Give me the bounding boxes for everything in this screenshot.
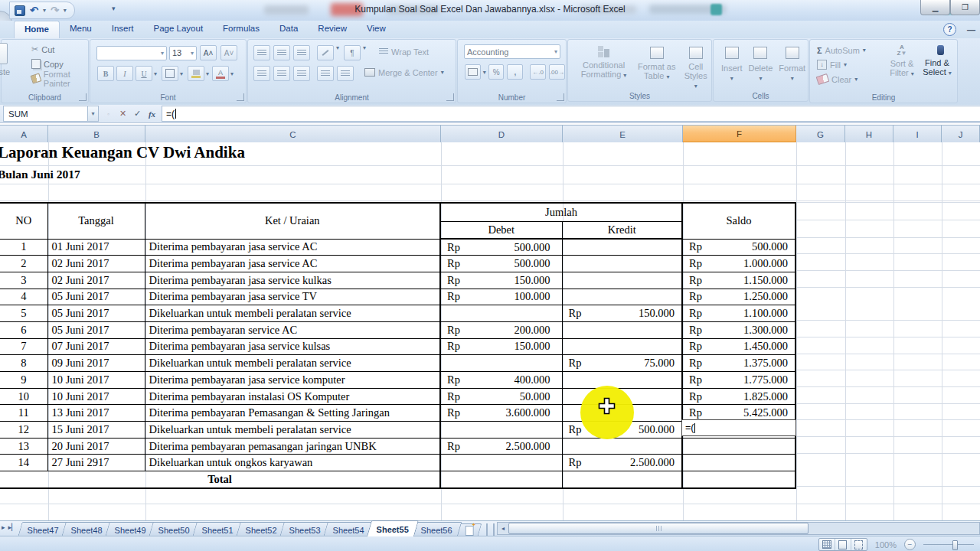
accounting-format-icon[interactable]: [465, 64, 481, 80]
sheet-tab[interactable]: Sheet49: [105, 522, 155, 536]
decrease-decimal-icon[interactable]: .00→: [549, 64, 565, 80]
cell-tanggal[interactable]: 07 Juni 2017: [47, 338, 145, 355]
ribbon-tab[interactable]: Insert: [102, 21, 144, 38]
horizontal-scrollbar[interactable]: ◂: [497, 522, 980, 535]
cell-debet[interactable]: Rp500.000: [440, 256, 562, 272]
tab-split-handle[interactable]: [486, 523, 495, 536]
align-right-icon[interactable]: [293, 66, 310, 81]
table-row[interactable]: 4 05 Juni 2017 Diterima pembayaran jasa …: [0, 289, 795, 305]
ribbon-tab[interactable]: Formulas: [213, 21, 270, 38]
percent-style-icon[interactable]: %: [488, 64, 505, 80]
cell-kredit[interactable]: Rp150.000: [562, 305, 682, 322]
cell-saldo[interactable]: Rp1.100.000: [682, 305, 795, 322]
cell-total-saldo[interactable]: [682, 471, 795, 488]
italic-button[interactable]: I: [116, 66, 133, 81]
cell-no[interactable]: 6: [0, 321, 47, 338]
number-format-combo[interactable]: Accounting▾: [464, 44, 560, 59]
cell-tanggal[interactable]: 02 Juni 2017: [47, 256, 145, 272]
scroll-left-icon[interactable]: ◂: [498, 523, 508, 533]
cut-button[interactable]: ✂ Cut: [29, 42, 88, 57]
cell-saldo[interactable]: Rp1.450.000: [682, 338, 795, 355]
column-header[interactable]: F: [683, 126, 796, 143]
cell-tanggal[interactable]: 27 Juni 2917: [47, 455, 145, 471]
alignment-dialog-launcher-icon[interactable]: [446, 93, 454, 101]
cell-kredit[interactable]: Rp2.500.000: [562, 455, 682, 471]
cell-ket[interactable]: Diterima pembayaran jasa service AC: [145, 256, 440, 272]
next-sheet-icon[interactable]: ▸: [2, 523, 5, 531]
sheet-tab[interactable]: Sheet52: [236, 522, 286, 536]
cell-no[interactable]: 5: [0, 305, 47, 322]
font-color-dropdown-icon[interactable]: ▾: [230, 70, 234, 77]
cell-tanggal[interactable]: 15 Juni 2017: [47, 422, 145, 439]
cell-ket[interactable]: Diterima pembayaran jasa service AC: [145, 239, 440, 256]
cell-no[interactable]: 3: [0, 272, 47, 289]
enter-entry-icon[interactable]: ✓: [131, 107, 144, 120]
table-row[interactable]: 2 02 Juni 2017 Diterima pembayaran jasa …: [0, 256, 795, 272]
cell-kredit[interactable]: [562, 372, 682, 389]
cell-debet[interactable]: [440, 455, 562, 471]
cell-debet[interactable]: [440, 355, 562, 372]
sort-filter-button[interactable]: AZ▼ Sort & Filter ▾: [885, 44, 919, 79]
grow-font-icon[interactable]: A˄: [200, 45, 217, 60]
sheet-tab[interactable]: Sheet55: [367, 520, 419, 536]
cell-no[interactable]: 9: [0, 372, 47, 389]
cell-ket[interactable]: Diterima pembayaran pemasangan jaringan …: [145, 438, 440, 455]
ribbon-tab[interactable]: Home: [14, 21, 60, 38]
column-header[interactable]: I: [893, 126, 942, 143]
cell-tanggal[interactable]: 05 Juni 2017: [47, 289, 145, 305]
format-painter-button[interactable]: Format Painter: [29, 71, 88, 86]
cell-no[interactable]: 8: [0, 355, 47, 372]
table-row[interactable]: 9 10 Juni 2017 Diterima pembayaran jasa …: [0, 372, 795, 389]
align-center-icon[interactable]: [273, 66, 290, 81]
find-select-button[interactable]: Find & Select ▾: [920, 44, 954, 78]
cell-no[interactable]: 2: [0, 256, 47, 272]
cell-no[interactable]: 14: [0, 455, 47, 471]
cell-saldo[interactable]: Rp1.150.000: [682, 272, 795, 289]
insert-worksheet-button[interactable]: [457, 523, 482, 536]
table-row[interactable]: 1 01 Juni 2017 Diterima pembayaran jasa …: [0, 239, 795, 256]
cell-debet[interactable]: Rp2.500.000: [440, 438, 562, 455]
autosum-button[interactable]: Σ AutoSum▾: [815, 43, 868, 57]
cell-saldo[interactable]: Rp1.300.000: [682, 321, 795, 338]
spreadsheet-grid[interactable]: Laporan Keuangan CV Dwi Andika Bulan Jun…: [0, 142, 980, 520]
cell-saldo[interactable]: Rp1.825.000: [682, 388, 795, 405]
column-header[interactable]: D: [441, 126, 563, 143]
cell-ket[interactable]: Diterima pembayaran instalasi OS Kompute…: [145, 388, 440, 405]
align-bottom-icon[interactable]: [293, 45, 310, 60]
zoom-level[interactable]: 100%: [875, 540, 897, 549]
increase-indent-icon[interactable]: [337, 66, 354, 81]
minimize-window-icon[interactable]: ▁: [920, 0, 950, 15]
increase-decimal-icon[interactable]: ←.0: [530, 64, 546, 80]
cell-debet[interactable]: Rp200.000: [440, 321, 562, 338]
cell-tanggal[interactable]: 10 Juni 2017: [47, 388, 145, 405]
help-icon[interactable]: ?: [943, 23, 956, 36]
page-layout-view-icon[interactable]: [835, 539, 851, 550]
cell-debet[interactable]: [440, 305, 562, 322]
cell-no[interactable]: 1: [0, 239, 47, 256]
cell-no[interactable]: 7: [0, 338, 47, 355]
cell-tanggal[interactable]: 05 Juni 2017: [47, 305, 145, 322]
total-row[interactable]: Total: [0, 471, 795, 488]
cell-tanggal[interactable]: 01 Juni 2017: [47, 239, 145, 256]
cell-debet[interactable]: Rp50.000: [440, 388, 562, 405]
column-header[interactable]: C: [145, 126, 441, 143]
cell-debet[interactable]: [440, 422, 562, 439]
number-dialog-launcher-icon[interactable]: [557, 93, 564, 101]
font-size-combo[interactable]: 13▾: [169, 46, 197, 60]
cell-debet[interactable]: Rp150.000: [440, 272, 562, 289]
table-row[interactable]: 14 27 Juni 2917 Dikeluarkan untuk ongkos…: [0, 455, 795, 471]
cell-debet[interactable]: Rp500.000: [440, 239, 562, 256]
paste-button[interactable]: Paste: [0, 43, 24, 77]
cell-ket[interactable]: Diterima pembayaran jasa service kulkas: [145, 272, 440, 289]
cell-debet[interactable]: Rp400.000: [440, 372, 562, 389]
cell-saldo[interactable]: [682, 455, 795, 471]
table-row[interactable]: 6 05 Juni 2017 Diterima pembayaran servi…: [0, 321, 795, 338]
table-row[interactable]: 3 02 Juni 2017 Diterima pembayaran jasa …: [0, 272, 795, 289]
zoom-out-icon[interactable]: −: [904, 539, 916, 550]
sheet-tab[interactable]: Sheet56: [411, 522, 462, 536]
column-header[interactable]: B: [48, 126, 145, 143]
cell-ket[interactable]: Diterima pembayaran jasa service TV: [145, 289, 440, 305]
font-dialog-launcher-icon[interactable]: [237, 93, 244, 101]
cell-no[interactable]: 11: [0, 405, 47, 422]
fill-button[interactable]: ↓ Fill▾: [815, 57, 868, 72]
